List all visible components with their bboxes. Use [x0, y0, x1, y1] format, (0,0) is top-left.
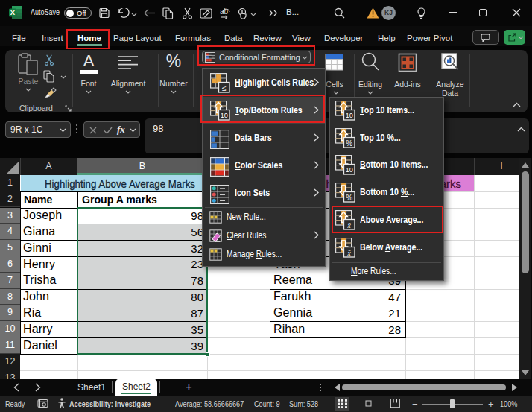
svg-text:10: 10 — [345, 167, 352, 174]
svg-text:%: % — [346, 139, 352, 147]
svg-text:%: % — [346, 194, 352, 202]
svg-text:ab: ab — [220, 7, 229, 16]
svg-text:X: X — [10, 8, 16, 16]
svg-text:≤: ≤ — [222, 84, 227, 92]
svg-text:10: 10 — [345, 112, 352, 119]
svg-text:x̄: x̄ — [346, 249, 351, 256]
